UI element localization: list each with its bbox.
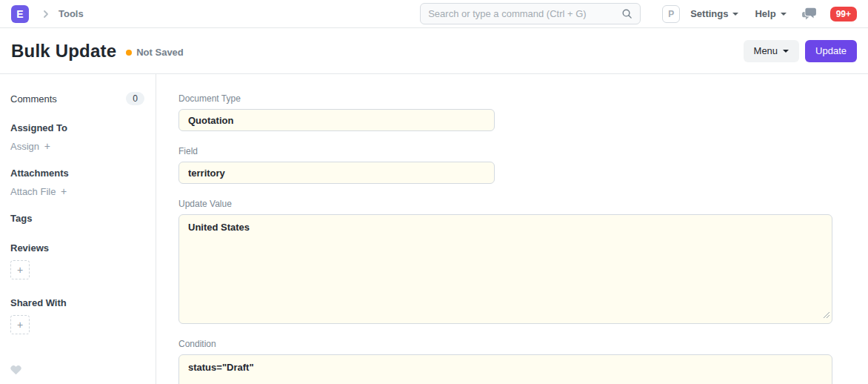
navbar: E Tools P Settings Help 99+: [0, 0, 868, 28]
chat-icon[interactable]: [801, 7, 817, 21]
page-title: Bulk Update: [11, 41, 116, 62]
condition-textarea[interactable]: [178, 354, 832, 384]
heart-icon[interactable]: [10, 365, 21, 378]
page-head: Bulk Update Not Saved Menu Update: [0, 28, 868, 74]
search-icon[interactable]: [621, 8, 632, 19]
shared-with-label: Shared With: [10, 297, 144, 308]
resize-handle-icon[interactable]: [823, 308, 830, 322]
settings-menu[interactable]: Settings: [690, 8, 738, 19]
assign-label: Assign: [10, 141, 39, 152]
attach-file-link[interactable]: Attach File +: [10, 185, 144, 197]
document-type-label: Document Type: [178, 93, 832, 104]
plus-icon: +: [61, 185, 67, 197]
search-input[interactable]: [428, 8, 621, 19]
assigned-to-label: Assigned To: [10, 122, 144, 133]
update-button[interactable]: Update: [805, 40, 857, 62]
form-sidebar: Comments 0 Assigned To Assign + Attachme…: [0, 74, 156, 384]
update-value-label: Update Value: [178, 199, 832, 209]
status-dot-icon: [126, 50, 132, 56]
comments-count-badge: 0: [126, 92, 144, 105]
condition-label: Condition: [178, 339, 832, 349]
breadcrumb-tools[interactable]: Tools: [59, 8, 84, 19]
notification-badge[interactable]: 99+: [830, 7, 857, 21]
menu-button[interactable]: Menu: [744, 40, 800, 62]
user-avatar[interactable]: P: [662, 5, 680, 23]
app-logo[interactable]: E: [11, 5, 29, 23]
field-field: Field: [178, 146, 832, 184]
add-share-button[interactable]: +: [10, 315, 30, 334]
global-search: [420, 3, 641, 24]
form-body: Document Type Field Update Value Conditi…: [156, 74, 868, 384]
plus-icon: +: [44, 140, 50, 152]
add-review-button[interactable]: +: [10, 260, 30, 279]
attachments-label: Attachments: [10, 168, 144, 179]
help-menu[interactable]: Help: [755, 8, 786, 19]
comments-label: Comments: [10, 93, 57, 105]
status-text: Not Saved: [136, 47, 184, 58]
chevron-right-icon: [41, 9, 51, 19]
chevron-down-icon: [783, 50, 789, 53]
attach-file-label: Attach File: [10, 186, 56, 197]
assign-link[interactable]: Assign +: [10, 140, 144, 152]
update-value-textarea[interactable]: [178, 214, 832, 324]
tags-label: Tags: [10, 213, 144, 224]
field-input[interactable]: [178, 162, 495, 184]
help-label: Help: [755, 8, 775, 19]
reviews-label: Reviews: [10, 242, 144, 254]
field-condition: Condition: [178, 339, 832, 384]
field-update-value: Update Value: [178, 199, 832, 324]
settings-label: Settings: [690, 8, 728, 19]
menu-button-label: Menu: [754, 45, 778, 56]
document-type-input[interactable]: [178, 109, 495, 131]
field-document-type: Document Type: [178, 93, 832, 131]
chevron-down-icon: [732, 13, 738, 16]
field-label: Field: [178, 146, 832, 156]
status-indicator: Not Saved: [126, 47, 184, 58]
chevron-down-icon: [781, 13, 787, 16]
